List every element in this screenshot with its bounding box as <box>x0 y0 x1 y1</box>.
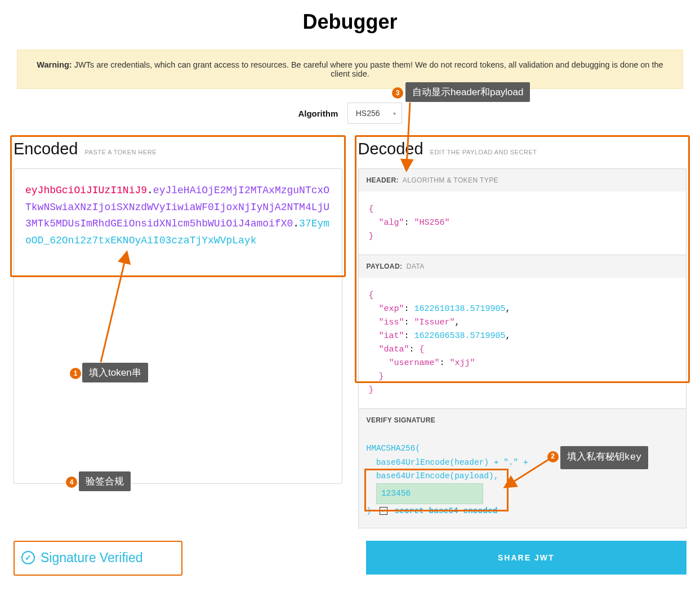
encoded-highlight-frame <box>10 135 346 277</box>
annotation-3: 自动显示header和payload <box>405 82 530 102</box>
warning-label: Warning: <box>37 60 72 69</box>
annotation-4: 验签合规 <box>79 471 131 491</box>
warning-bar: Warning: JWTs are credentials, which can… <box>17 50 683 89</box>
annotation-badge-4: 4 <box>66 477 77 488</box>
annotation-badge-1: 1 <box>70 368 81 379</box>
verify-section-label: VERIFY SIGNATURE <box>367 416 436 424</box>
annotation-badge-2: 2 <box>547 451 559 462</box>
chevron-down-icon: ▾ <box>393 110 396 117</box>
signature-verified-status: ✓ Signature Verified <box>14 541 350 575</box>
encoded-column: Encoded PASTE A TOKEN HERE eyJhbGciOiJIU… <box>14 140 342 528</box>
verify-signature-section: VERIFY SIGNATURE HMACSHA256( base64UrlEn… <box>358 409 687 528</box>
annotation-2: 填入私有秘钥key <box>560 446 649 469</box>
verify-signature-body: HMACSHA256( base64UrlEncode(header) + ".… <box>359 431 686 528</box>
annotation-1: 填入token串 <box>82 363 148 382</box>
page-title: Debugger <box>0 10 700 34</box>
decoded-highlight-frame <box>355 135 690 383</box>
signature-highlight-frame <box>14 541 182 576</box>
decoded-column: Decoded EDIT THE PAYLOAD AND SECRET HEAD… <box>358 140 687 528</box>
algorithm-selected-value: HS256 <box>356 109 380 118</box>
warning-text: JWTs are credentials, which can grant ac… <box>72 60 663 78</box>
secret-highlight-frame <box>364 469 509 511</box>
algorithm-select[interactable]: HS256 ▾ <box>347 103 402 124</box>
annotation-badge-3: 3 <box>392 87 403 99</box>
share-jwt-button[interactable]: SHARE JWT <box>366 541 687 575</box>
algorithm-label: Algorithm <box>298 109 338 118</box>
